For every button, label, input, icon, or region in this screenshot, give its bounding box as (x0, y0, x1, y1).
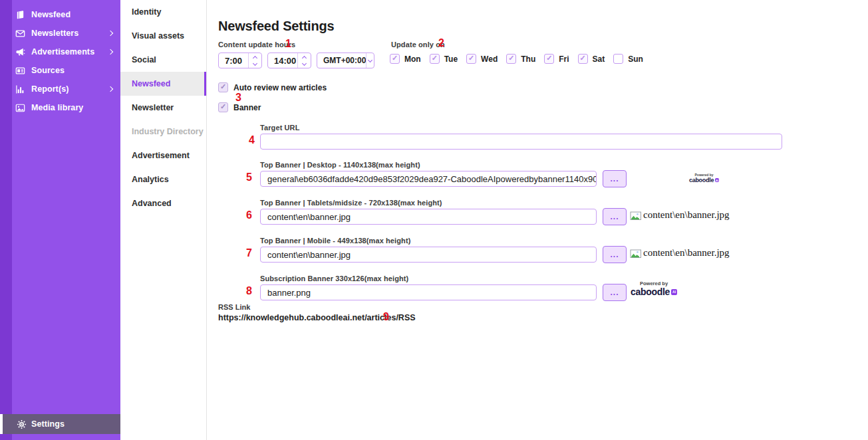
tab-advanced[interactable]: Advanced (120, 191, 206, 215)
checkbox-icon[interactable] (218, 102, 228, 112)
time-input-1[interactable]: 7:00 (218, 53, 262, 68)
browse-button-subscription[interactable]: ... (603, 284, 627, 301)
banner-tablet-label: Top Banner | Tablets/midsize - 720x138(m… (260, 199, 442, 207)
annotation-8: 8 (246, 285, 252, 297)
checkbox-icon[interactable] (613, 54, 623, 64)
auto-review-label: Auto review new articles (233, 83, 327, 92)
day-label: Wed (481, 55, 498, 64)
sidebar-item-sources[interactable]: Sources (0, 61, 120, 80)
image-icon (15, 102, 25, 113)
sidebar-item-label: Newsfeed (31, 10, 71, 19)
checkbox-icon[interactable] (466, 54, 476, 64)
target-url-input[interactable] (260, 134, 782, 150)
annotation-9: 9 (383, 311, 389, 323)
day-checkbox-sun[interactable]: Sun (613, 54, 643, 64)
annotation-4: 4 (249, 134, 255, 146)
day-checkbox-mon[interactable]: Mon (390, 54, 421, 64)
tab-identity[interactable]: Identity (120, 0, 206, 24)
banner-mobile-label: Top Banner | Mobile - 449x138(max height… (260, 237, 410, 245)
day-label: Sat (593, 55, 605, 64)
banner-mobile-input[interactable]: content\en\banner.jpg (260, 247, 597, 263)
sidebar-item-label: Report(s) (31, 84, 69, 94)
tab-industry-directory: Industry Directory (120, 120, 206, 144)
banner-desktop-input[interactable]: general\eb6036dfadde420d9e853f2029dea927… (260, 171, 597, 187)
day-checkbox-thu[interactable]: Thu (506, 54, 535, 64)
tab-analytics[interactable]: Analytics (120, 167, 206, 191)
ai-badge: AI (715, 178, 719, 182)
browse-button-tablet[interactable]: ... (603, 208, 627, 225)
caboodle-banner-preview-subscription: Powered by caboodleAI (631, 280, 677, 297)
day-label: Tue (444, 55, 458, 64)
chevron-right-icon (108, 31, 113, 36)
page-title: Newsfeed Settings (218, 19, 334, 34)
browse-button-desktop[interactable]: ... (603, 170, 627, 187)
annotation-5: 5 (246, 171, 252, 183)
newspaper-icon (15, 65, 25, 76)
auto-review-checkbox[interactable]: Auto review new articles (218, 82, 327, 92)
checkbox-icon[interactable] (544, 54, 554, 64)
timezone-select[interactable]: GMT+00:00 (317, 53, 374, 68)
checkbox-icon[interactable] (390, 54, 400, 64)
time-spinner-2[interactable] (297, 53, 311, 68)
gear-icon (16, 419, 27, 429)
sidebar-item-label: Advertisements (31, 47, 94, 56)
content-update-hours-label: Content update hours (218, 41, 295, 49)
time-value-2: 14:00 (268, 56, 297, 66)
time-input-2[interactable]: 14:00 (267, 53, 311, 68)
day-checkbox-sat[interactable]: Sat (578, 54, 605, 64)
tab-advertisement[interactable]: Advertisement (120, 144, 206, 167)
checkbox-icon[interactable] (506, 54, 516, 64)
sidebar-item-reports[interactable]: Report(s) (0, 80, 120, 98)
time-value-1: 7:00 (219, 56, 248, 66)
main-content: Newsfeed Settings Content update hours 7… (207, 0, 868, 440)
banner-subscription-label: Subscription Banner 330x126(max height) (260, 275, 408, 282)
settings-label: Settings (31, 419, 65, 429)
caboodle-brand-text: caboodle (631, 286, 670, 297)
sidebar-item-label: Media library (31, 103, 83, 112)
day-checkbox-fri[interactable]: Fri (544, 54, 569, 64)
browse-button-mobile[interactable]: ... (603, 246, 627, 263)
chevron-right-icon (108, 86, 113, 92)
day-label: Thu (521, 55, 535, 64)
banner-subscription-input[interactable]: banner.png (260, 284, 597, 300)
checkbox-icon[interactable] (218, 82, 228, 92)
app-window: Newsfeed Newsletters Advertisements (0, 0, 868, 440)
day-checkbox-tue[interactable]: Tue (430, 54, 458, 64)
day-checkbox-wed[interactable]: Wed (466, 54, 498, 64)
sidebar-item-settings[interactable]: Settings (0, 414, 120, 434)
banner-desktop-label: Top Banner | Desktop - 1140x138(max heig… (260, 161, 420, 169)
caboodle-brand-text: caboodle (689, 177, 714, 183)
banner-mobile-preview: content\en\banner.jpg (630, 247, 730, 259)
checkbox-icon[interactable] (578, 54, 588, 64)
sidebar-item-media-library[interactable]: Media library (0, 98, 120, 117)
tab-visual-assets[interactable]: Visual assets (120, 24, 206, 48)
time-spinner-1[interactable] (248, 53, 261, 68)
banner-tablet-preview: content\en\banner.jpg (630, 209, 730, 221)
day-label: Fri (559, 55, 569, 64)
banner-label: Banner (233, 103, 261, 112)
sidebar-item-newsletters[interactable]: Newsletters (0, 24, 120, 43)
sidebar-item-newsfeed[interactable]: Newsfeed (0, 5, 120, 24)
day-label: Mon (404, 55, 421, 64)
sidebar-item-advertisements[interactable]: Advertisements (0, 43, 120, 61)
bar-chart-icon (15, 84, 25, 94)
sidebar: Newsfeed Newsletters Advertisements (0, 0, 120, 440)
broken-image-alt-text: content\en\banner.jpg (643, 209, 730, 221)
tab-social[interactable]: Social (120, 48, 206, 72)
banner-subscription-value: banner.png (267, 288, 311, 298)
tab-newsfeed[interactable]: Newsfeed (120, 72, 206, 96)
sidebar-item-label: Sources (31, 66, 65, 75)
banner-tablet-input[interactable]: content\en\banner.jpg (260, 209, 597, 225)
broken-image-alt-text: content\en\banner.jpg (643, 247, 730, 259)
rss-link-label: RSS Link (218, 303, 250, 311)
book-icon (15, 9, 25, 20)
chevron-down-icon (366, 53, 374, 68)
day-label: Sun (628, 55, 643, 64)
sidebar-menu: Newsfeed Newsletters Advertisements (0, 5, 120, 117)
banner-checkbox[interactable]: Banner (218, 102, 261, 112)
broken-image-icon (630, 249, 642, 259)
checkbox-icon[interactable] (430, 54, 440, 64)
ai-badge: AI (671, 289, 677, 295)
tab-newsletter[interactable]: Newsletter (120, 96, 206, 120)
megaphone-icon (15, 47, 25, 57)
